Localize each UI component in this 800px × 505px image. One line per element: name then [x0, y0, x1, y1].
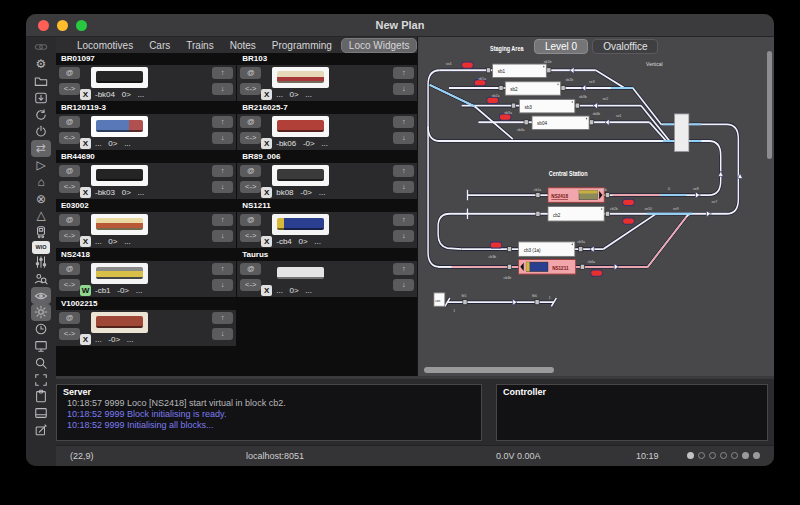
gear-icon[interactable]: ⚙	[31, 56, 51, 73]
consist-toggle[interactable]: X	[261, 138, 272, 149]
address-button[interactable]: @	[240, 214, 261, 226]
direction-button[interactable]: <->	[240, 132, 261, 144]
feedback-sensor[interactable]	[576, 103, 580, 108]
feedback-sensor[interactable]	[499, 85, 503, 90]
address-button[interactable]: @	[240, 263, 261, 275]
address-button[interactable]: @	[240, 67, 261, 79]
consist-toggle[interactable]: X	[261, 89, 272, 100]
speed-down-button[interactable]: ↓	[212, 279, 233, 291]
track-segment[interactable]	[439, 214, 468, 249]
speed-down-button[interactable]: ↓	[212, 328, 233, 340]
direction-button[interactable]: <->	[240, 230, 261, 242]
warning-icon[interactable]: △	[31, 207, 51, 224]
speed-down-button[interactable]: ↓	[393, 132, 414, 144]
direction-button[interactable]: <->	[59, 83, 80, 95]
speed-up-button[interactable]: ↑	[212, 312, 233, 324]
consist-toggle[interactable]: W	[80, 285, 91, 296]
address-button[interactable]: @	[240, 165, 261, 177]
plan-tab-level-0[interactable]: Level 0	[534, 39, 588, 54]
speed-down-button[interactable]: ↓	[212, 230, 233, 242]
speed-down-button[interactable]: ↓	[212, 132, 233, 144]
signal[interactable]	[623, 199, 635, 205]
feedback-sensor[interactable]	[590, 120, 594, 125]
plan-vertical-scrollbar[interactable]	[767, 51, 772, 159]
direction-button[interactable]: <->	[240, 181, 261, 193]
speed-up-button[interactable]: ↑	[212, 165, 233, 177]
consist-toggle[interactable]: X	[261, 285, 272, 296]
speed-down-button[interactable]: ↓	[212, 83, 233, 95]
feedback-sensor[interactable]	[561, 85, 565, 90]
stop-circle-icon[interactable]: ⊗	[31, 190, 51, 207]
track-segment[interactable]	[662, 124, 739, 213]
consist-toggle[interactable]: X	[80, 138, 91, 149]
signal[interactable]	[491, 242, 503, 248]
tab-programming[interactable]: Programming	[265, 39, 339, 52]
folder-icon[interactable]	[31, 73, 51, 90]
feedback-sensor[interactable]	[536, 211, 540, 216]
speed-down-button[interactable]: ↓	[393, 230, 414, 242]
speed-up-button[interactable]: ↑	[393, 67, 414, 79]
speed-up-button[interactable]: ↑	[393, 116, 414, 128]
link-icon[interactable]	[31, 39, 51, 56]
direction-button[interactable]: <->	[59, 279, 80, 291]
refresh-icon[interactable]	[31, 106, 51, 123]
feedback-sensor[interactable]	[579, 247, 583, 252]
panel-icon[interactable]	[31, 405, 51, 422]
wio-icon[interactable]: WIO	[32, 241, 50, 254]
address-button[interactable]: @	[59, 312, 80, 324]
feedback-sensor[interactable]	[487, 68, 491, 73]
train-icon[interactable]	[31, 224, 51, 241]
direction-button[interactable]: <->	[59, 328, 80, 340]
speed-down-button[interactable]: ↓	[393, 279, 414, 291]
direction-button[interactable]: <->	[240, 83, 261, 95]
feedback-sensor[interactable]	[508, 264, 512, 269]
feedback-sensor[interactable]	[536, 192, 540, 197]
tab-locomotives[interactable]: Locomotives	[70, 39, 140, 52]
plan-tab-ovaloffice[interactable]: Ovaloffice	[592, 39, 658, 54]
speed-down-button[interactable]: ↓	[393, 181, 414, 193]
address-button[interactable]: @	[59, 263, 80, 275]
speed-down-button[interactable]: ↓	[212, 181, 233, 193]
track-segment[interactable]	[430, 85, 513, 139]
speed-up-button[interactable]: ↑	[212, 116, 233, 128]
consist-toggle[interactable]: X	[80, 89, 91, 100]
eye-icon[interactable]	[31, 287, 51, 304]
sun-icon[interactable]	[31, 304, 51, 321]
import-icon[interactable]	[31, 89, 51, 106]
feedback-sensor[interactable]	[547, 68, 551, 73]
consist-toggle[interactable]: X	[80, 236, 91, 247]
feedback-sensor[interactable]	[525, 120, 529, 125]
feedback-sensor[interactable]	[581, 264, 585, 269]
search-icon[interactable]	[31, 354, 51, 371]
feedback-sensor[interactable]	[512, 103, 516, 108]
speed-up-button[interactable]: ↑	[212, 67, 233, 79]
speed-down-button[interactable]: ↓	[393, 83, 414, 95]
feedback-sensor[interactable]	[606, 192, 610, 197]
speed-up-button[interactable]: ↑	[212, 214, 233, 226]
play-icon[interactable]: ▷	[31, 157, 51, 174]
direction-button[interactable]: <->	[59, 132, 80, 144]
clock-icon[interactable]	[31, 321, 51, 338]
address-button[interactable]: @	[240, 116, 261, 128]
feedback-sensor[interactable]	[606, 211, 610, 216]
expand-icon[interactable]	[31, 371, 51, 388]
signal[interactable]	[591, 270, 603, 276]
speed-up-button[interactable]: ↑	[393, 214, 414, 226]
monitor-icon[interactable]	[31, 338, 51, 355]
tab-loco-widgets[interactable]: Loco Widgets	[341, 38, 418, 53]
signal[interactable]	[462, 62, 474, 68]
home-icon[interactable]: ⌂	[31, 173, 51, 190]
tab-notes[interactable]: Notes	[223, 39, 263, 52]
consist-toggle[interactable]: X	[80, 187, 91, 198]
address-button[interactable]: @	[59, 214, 80, 226]
power-icon[interactable]	[31, 123, 51, 140]
consist-toggle[interactable]: X	[261, 236, 272, 247]
address-button[interactable]: @	[59, 116, 80, 128]
direction-button[interactable]: <->	[59, 230, 80, 242]
clipboard-icon[interactable]	[31, 388, 51, 405]
plan-horizontal-scrollbar[interactable]	[424, 367, 554, 373]
signal[interactable]	[623, 218, 635, 224]
feedback-sensor[interactable]	[463, 300, 467, 305]
direction-button[interactable]: <->	[59, 181, 80, 193]
loop-icon[interactable]: ⇄	[31, 140, 51, 157]
